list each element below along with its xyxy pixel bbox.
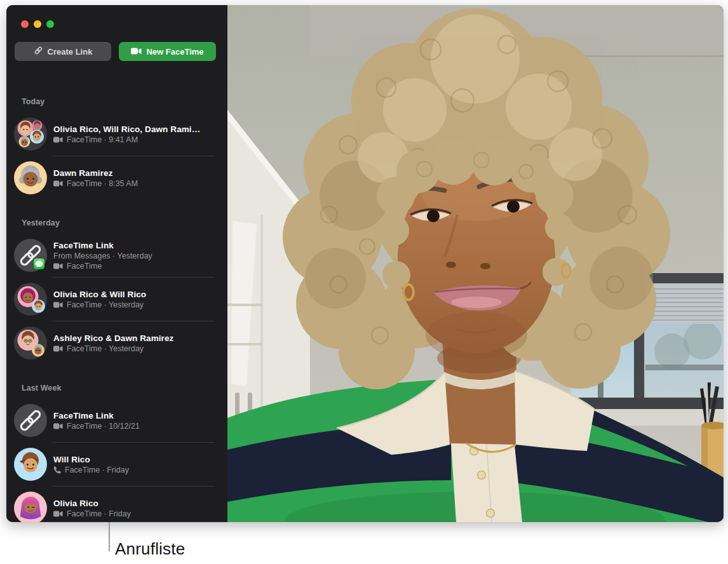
- call-subtitle: FaceTime · Friday: [67, 509, 131, 518]
- call-subtitle: FaceTime · 10/12/21: [67, 422, 140, 431]
- new-facetime-button[interactable]: New FaceTime: [119, 42, 216, 61]
- group-avatar: [14, 283, 47, 316]
- call-row-facetime-link-2[interactable]: FaceTime Link FaceTime · 10/12/21: [6, 399, 227, 442]
- call-title: Olivia Rico, Will Rico, Dawn Rami…: [53, 124, 200, 134]
- call-row-group-olivia-will-dawn[interactable]: Olivia Rico, Will Rico, Dawn Rami… FaceT…: [6, 112, 227, 156]
- create-link-label: Create Link: [48, 47, 93, 57]
- call-row-dawn-ramirez[interactable]: Dawn Ramirez FaceTime · 8:35 AM: [6, 156, 227, 199]
- section-yesterday: Yesterday: [6, 218, 227, 365]
- phone-icon: [53, 466, 61, 474]
- memoji-avatar: [14, 492, 47, 522]
- call-subtitle: FaceTime · Yesterday: [67, 300, 144, 309]
- close-button[interactable]: [21, 20, 29, 28]
- section-header: Today: [22, 97, 227, 106]
- shirt-button: [478, 471, 486, 480]
- zoom-button[interactable]: [46, 20, 54, 28]
- video-camera-icon: [53, 511, 63, 517]
- window-controls: [6, 5, 227, 28]
- toolbar: Create Link New FaceTime: [15, 42, 227, 61]
- section-last-week: Last Week FaceTime Link: [6, 384, 227, 522]
- call-title: Dawn Ramirez: [53, 168, 138, 178]
- call-subtitle: FaceTime · Yesterday: [67, 344, 144, 353]
- video-camera-icon: [53, 180, 63, 187]
- video-scene: [227, 5, 724, 522]
- create-link-button[interactable]: Create Link: [15, 42, 111, 61]
- group-avatar: [14, 117, 47, 151]
- call-row-olivia-rico[interactable]: Olivia Rico FaceTime · Friday: [6, 487, 227, 522]
- call-title: Olivia Rico & Will Rico: [53, 290, 146, 299]
- video-camera-icon: [53, 137, 63, 143]
- messages-badge-icon: [34, 258, 44, 269]
- section-today: Today: [6, 97, 227, 199]
- call-title: Ashley Rico & Dawn Ramirez: [53, 333, 173, 343]
- call-subtitle: FaceTime: [67, 262, 102, 271]
- section-header: Yesterday: [22, 218, 227, 227]
- callout-line: [109, 522, 110, 551]
- shirt-button: [487, 509, 495, 518]
- video-tile: [227, 5, 724, 522]
- section-header: Last Week: [22, 384, 227, 393]
- call-title: Olivia Rico: [53, 499, 131, 508]
- video-camera-icon: [53, 302, 63, 308]
- facetime-link-avatar: [14, 239, 47, 272]
- sidebar: Create Link New FaceTime Today: [6, 5, 227, 522]
- link-icon: [34, 46, 43, 57]
- call-row-facetime-link[interactable]: FaceTime Link From Messages · Yesterday …: [6, 234, 227, 277]
- minimize-button[interactable]: [34, 20, 41, 28]
- call-row-ashley-dawn[interactable]: Ashley Rico & Dawn Ramirez FaceTime · Ye…: [6, 321, 227, 365]
- video-camera-icon: [53, 346, 63, 352]
- call-subtitle: FaceTime · 8:35 AM: [67, 179, 138, 188]
- call-subtitle: FaceTime · Friday: [65, 466, 129, 474]
- facetime-link-avatar: [14, 404, 47, 437]
- call-title: FaceTime Link: [53, 411, 140, 420]
- callout-label: Anrufliste: [115, 539, 185, 559]
- call-list: Today: [6, 97, 227, 522]
- video-camera-icon: [53, 263, 63, 269]
- memoji-avatar: [14, 161, 47, 194]
- call-title: Will Rico: [53, 455, 129, 464]
- video-camera-icon: [53, 423, 63, 429]
- new-facetime-label: New FaceTime: [146, 47, 203, 57]
- facetime-window: Create Link New FaceTime Today: [6, 5, 724, 522]
- call-row-olivia-will[interactable]: Olivia Rico & Will Rico FaceTime · Yeste…: [6, 278, 227, 321]
- video-camera-icon: [131, 47, 142, 57]
- call-title: FaceTime Link: [53, 241, 152, 250]
- call-subtitle: FaceTime · 9:41 AM: [67, 135, 138, 144]
- memoji-avatar: [14, 448, 47, 481]
- group-avatar: [14, 326, 47, 359]
- call-subtitle: From Messages · Yesterday: [53, 252, 152, 260]
- call-row-will-rico[interactable]: Will Rico FaceTime · Friday: [6, 443, 227, 486]
